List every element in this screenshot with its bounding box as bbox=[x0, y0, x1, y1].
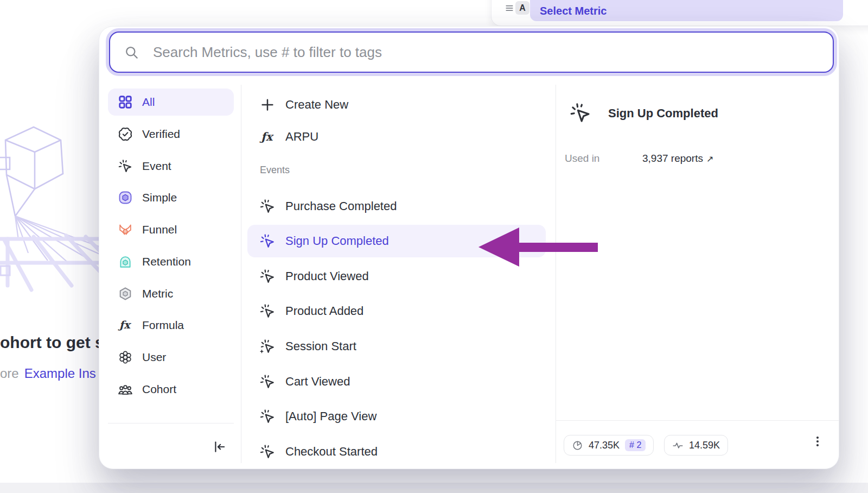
metric-picker-dialog: All Verified Event Simple Funnel Retenti… bbox=[99, 26, 839, 469]
collapse-sidebar-icon[interactable] bbox=[212, 439, 227, 454]
sidebar-item-label: User bbox=[142, 351, 166, 364]
sidebar-item-label: All bbox=[142, 96, 155, 109]
background-heading-fragment: ohort to get s bbox=[0, 333, 104, 352]
sidebar-item-user[interactable]: User bbox=[108, 344, 234, 371]
detail-title: Sign Up Completed bbox=[608, 106, 718, 121]
sidebar-item-label: Event bbox=[142, 160, 171, 173]
create-new-label: Create New bbox=[285, 98, 348, 112]
sidebar-item-label: Retention bbox=[142, 255, 191, 268]
list-item-arpu[interactable]: ARPU bbox=[247, 123, 546, 150]
list-item-label: ARPU bbox=[285, 130, 318, 144]
sidebar-item-simple[interactable]: Simple bbox=[108, 184, 234, 211]
search-input[interactable] bbox=[152, 43, 833, 61]
create-new-button[interactable]: Create New bbox=[247, 91, 546, 118]
event-cursor-star-icon bbox=[259, 338, 276, 355]
stat-value: 14.59K bbox=[689, 440, 720, 451]
metric-search-box bbox=[109, 31, 834, 73]
reports-count: 3,937 reports bbox=[642, 153, 703, 164]
cohort-people-icon bbox=[118, 382, 133, 397]
list-item-session-start[interactable]: Session Start bbox=[247, 333, 546, 360]
sidebar-item-cohort[interactable]: Cohort bbox=[108, 376, 234, 403]
sidebar-item-verified[interactable]: Verified bbox=[108, 121, 234, 148]
stat-pill-activity[interactable]: 14.59K bbox=[664, 435, 728, 456]
sidebar-item-metric[interactable]: Metric bbox=[108, 280, 234, 307]
sidebar-item-label: Verified bbox=[142, 128, 180, 141]
pulse-icon bbox=[672, 440, 684, 451]
list-item-label: [Auto] Page View bbox=[285, 409, 376, 424]
background-link-line: oreExample Ins bbox=[0, 366, 96, 381]
funnel-icon bbox=[118, 222, 133, 237]
event-cursor-icon bbox=[259, 198, 276, 214]
search-icon bbox=[124, 45, 139, 60]
decorative-wireframe-art bbox=[0, 124, 103, 295]
events-section-label: Events bbox=[260, 165, 290, 176]
event-cursor-icon bbox=[259, 408, 276, 425]
event-cursor-icon bbox=[259, 268, 276, 285]
list-item-label: Purchase Completed bbox=[285, 199, 397, 213]
sidebar-item-label: Cohort bbox=[142, 383, 176, 396]
user-cluster-icon bbox=[118, 350, 133, 365]
event-cursor-icon bbox=[259, 444, 276, 460]
metric-query-card: A Select Metric bbox=[491, 0, 868, 26]
list-item-label: Product Viewed bbox=[285, 269, 369, 283]
stat-pill-total[interactable]: 47.35K # 2 bbox=[564, 435, 654, 456]
detail-footer-divider bbox=[556, 420, 839, 421]
select-metric-label: Select Metric bbox=[540, 5, 607, 17]
detail-divider bbox=[556, 85, 556, 463]
list-item-product-added[interactable]: Product Added bbox=[247, 298, 546, 325]
screen: ohort to get s oreExample Ins A Select M… bbox=[0, 0, 868, 493]
verified-seal-icon bbox=[118, 127, 133, 142]
grid-icon bbox=[118, 94, 133, 110]
sidebar-item-retention[interactable]: Retention bbox=[108, 248, 234, 275]
retention-icon bbox=[118, 254, 133, 269]
series-letter-badge: A bbox=[515, 1, 529, 15]
list-item-purchase-completed[interactable]: Purchase Completed bbox=[247, 193, 546, 220]
select-metric-button[interactable]: Select Metric bbox=[530, 0, 843, 21]
link-prefix-text: ore bbox=[0, 366, 19, 381]
used-in-label: Used in bbox=[565, 153, 599, 165]
sidebar-item-event[interactable]: Event bbox=[108, 153, 234, 180]
drag-handle-icon[interactable] bbox=[504, 3, 515, 14]
sidebar-item-funnel[interactable]: Funnel bbox=[108, 216, 234, 243]
pie-chart-icon bbox=[572, 440, 583, 451]
list-item-label: Session Start bbox=[285, 339, 356, 353]
list-item-label: Sign Up Completed bbox=[285, 234, 389, 248]
stat-value: 47.35K bbox=[589, 440, 620, 451]
sidebar-item-label: Formula bbox=[142, 319, 184, 332]
example-insights-link[interactable]: Example Ins bbox=[24, 366, 96, 381]
event-cursor-icon bbox=[259, 233, 276, 249]
sidebar-item-formula[interactable]: Formula bbox=[108, 312, 234, 339]
list-item-label: Product Added bbox=[285, 304, 363, 318]
sidebar-divider bbox=[241, 85, 241, 463]
more-options-icon[interactable] bbox=[811, 434, 824, 449]
sidebar-item-label: Funnel bbox=[142, 223, 177, 236]
sidebar-footer-divider bbox=[108, 423, 234, 424]
event-cursor-icon bbox=[569, 102, 592, 124]
list-item-auto-page-view[interactable]: [Auto] Page View bbox=[247, 403, 546, 430]
event-cursor-icon bbox=[259, 303, 276, 319]
simple-badge-icon bbox=[118, 190, 133, 205]
formula-fx-icon bbox=[259, 129, 276, 145]
used-in-reports-link[interactable]: 3,937 reports↗ bbox=[642, 153, 713, 165]
metric-hexagon-icon bbox=[118, 286, 133, 301]
list-item-checkout-started[interactable]: Checkout Started bbox=[247, 438, 546, 465]
annotation-arrow bbox=[472, 219, 599, 273]
sidebar-item-all[interactable]: All bbox=[108, 89, 234, 116]
event-cursor-icon bbox=[118, 159, 133, 174]
event-cursor-icon bbox=[259, 374, 276, 390]
list-item-label: Checkout Started bbox=[285, 445, 378, 459]
formula-fx-icon bbox=[118, 318, 133, 333]
list-item-cart-viewed[interactable]: Cart Viewed bbox=[247, 368, 546, 395]
sidebar-item-label: Metric bbox=[142, 287, 173, 300]
page-bottom-edge bbox=[0, 483, 868, 493]
rank-chip: # 2 bbox=[625, 439, 646, 451]
external-link-icon: ↗ bbox=[706, 154, 713, 163]
sidebar-item-label: Simple bbox=[142, 191, 177, 204]
list-item-label: Cart Viewed bbox=[285, 375, 350, 389]
plus-icon bbox=[259, 97, 276, 113]
